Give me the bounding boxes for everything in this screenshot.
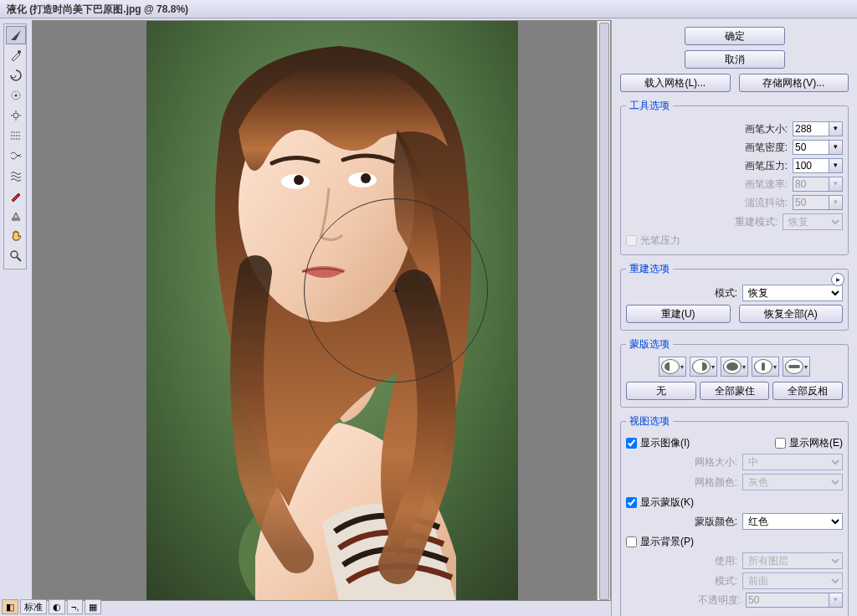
brush-size-label: 画笔大小: [745, 122, 788, 136]
turbulent-jitter-input [793, 195, 829, 210]
mask-intersect-icon [754, 359, 772, 374]
zoom-tool[interactable] [6, 247, 26, 265]
mask-color-select[interactable]: 红色 [742, 513, 843, 530]
reconstruct-tool[interactable] [6, 46, 26, 64]
status-icon-c[interactable]: ¬, [67, 599, 83, 614]
push-left-tool[interactable] [6, 126, 26, 145]
liquify-toolbox [3, 23, 27, 270]
restore-all-button[interactable]: 恢复全部(A) [739, 305, 844, 323]
rebuild-mode-label: 模式: [715, 286, 737, 300]
stylus-pressure-label: 光笔压力 [640, 234, 680, 246]
svg-point-5 [11, 251, 18, 258]
brush-rate-label: 画笔速率: [745, 177, 788, 192]
status-icon-d[interactable]: ▦ [85, 599, 101, 614]
mesh-size-select: 中 [742, 454, 843, 470]
reconstruct-mode-select: 恢复 [783, 213, 843, 230]
svg-point-3 [13, 113, 18, 118]
show-mesh-checkbox[interactable] [775, 438, 786, 449]
tool-options-legend: 工具选项 [626, 99, 673, 113]
brush-density-dropdown[interactable]: ▾ [829, 140, 843, 155]
bg-opacity-dropdown: ▾ [829, 593, 843, 608]
ok-button[interactable]: 确定 [685, 27, 785, 45]
mirror-tool[interactable] [6, 146, 26, 165]
turbulent-jitter-label: 湍流抖动: [745, 196, 788, 210]
brush-size-dropdown[interactable]: ▾ [829, 121, 843, 136]
canvas-area[interactable]: + [32, 20, 611, 601]
rebuild-mode-select[interactable]: 恢复 [742, 285, 843, 301]
mesh-color-select: 灰色 [742, 474, 843, 490]
twirl-cw-tool[interactable] [6, 66, 26, 85]
forward-warp-tool[interactable] [6, 26, 26, 44]
mesh-size-label: 网格大小: [695, 455, 737, 470]
window-title: 液化 (打造时尚美下巴原图.jpg @ 78.8%) [0, 0, 857, 18]
status-icon-a[interactable]: ◧ [2, 599, 18, 614]
brush-rate-dropdown: ▾ [829, 177, 843, 192]
load-mesh-button[interactable]: 载入网格(L)... [620, 74, 731, 92]
show-bg-label: 显示背景(P) [640, 536, 694, 547]
brush-pressure-input[interactable] [793, 158, 829, 173]
bg-opacity-label: 不透明度: [698, 593, 741, 608]
status-icon-b[interactable]: ◐ [49, 599, 65, 614]
svg-point-13 [361, 173, 371, 183]
turbulence-tool[interactable] [6, 167, 26, 185]
freeze-mask-tool[interactable] [6, 187, 26, 205]
hand-tool[interactable] [6, 227, 26, 245]
vertical-scrollbar[interactable] [597, 21, 610, 600]
mask-options-legend: 蒙版选项 [626, 337, 673, 352]
mask-subtract-icon [723, 359, 742, 374]
mask-none-button[interactable]: 无 [626, 382, 696, 400]
bg-use-label: 使用: [715, 554, 737, 568]
bg-mode-label: 模式: [715, 574, 737, 588]
tool-options-group: 工具选项 画笔大小:▾ 画笔密度:▾ 画笔压力:▾ 画笔速率:▾ 湍流抖动:▾ … [620, 99, 849, 255]
pucker-tool[interactable] [6, 86, 26, 105]
mask-all-button[interactable]: 全部蒙住 [700, 382, 770, 400]
mask-intersect-button[interactable]: ▾ [752, 357, 779, 377]
show-mask-label: 显示蒙版(K) [640, 496, 694, 508]
turbulent-jitter-dropdown: ▾ [829, 195, 843, 210]
reconstruct-mode-label: 重建模式: [735, 215, 777, 229]
cancel-button[interactable]: 取消 [685, 50, 785, 69]
scrollbar-thumb[interactable] [599, 23, 609, 600]
svg-line-6 [17, 257, 21, 261]
show-image-label: 显示图像(I) [640, 437, 690, 449]
svg-point-2 [15, 95, 18, 97]
view-options-legend: 视图选项 [626, 414, 673, 429]
mask-invert-icon [785, 359, 803, 374]
status-bar: ◧ 标准 ◐ ¬, ▦ [2, 599, 101, 614]
mask-invert-button[interactable]: 全部反相 [772, 382, 843, 400]
svg-point-0 [18, 50, 21, 54]
view-options-group: 视图选项 显示图像(I) 显示网格(E) 网格大小:中 网格颜色:灰色 显示蒙版… [620, 414, 849, 616]
save-mesh-button[interactable]: 存储网格(V)... [739, 74, 849, 92]
show-mesh-label: 显示网格(E) [789, 437, 843, 449]
mask-color-label: 蒙版颜色: [695, 515, 737, 529]
mask-replace-button[interactable]: ▾ [659, 357, 686, 377]
rebuild-options-legend: 重建选项 [626, 262, 673, 276]
mask-subtract-button[interactable]: ▾ [721, 357, 748, 377]
rebuild-button[interactable]: 重建(U) [626, 305, 731, 323]
mask-add-icon [692, 359, 711, 374]
document-image [146, 21, 518, 601]
thaw-mask-tool[interactable] [6, 207, 26, 225]
show-mask-checkbox[interactable] [626, 497, 637, 508]
brush-pressure-dropdown[interactable]: ▾ [829, 158, 843, 173]
svg-rect-4 [12, 218, 20, 221]
brush-size-input[interactable] [793, 121, 829, 136]
mask-invert-icon-button[interactable]: ▾ [783, 357, 810, 377]
mesh-color-label: 网格颜色: [695, 475, 737, 490]
help-icon[interactable]: ▸ [831, 273, 844, 286]
brush-pressure-label: 画笔压力: [745, 159, 788, 173]
options-panel: 确定 取消 载入网格(L)... 存储网格(V)... 工具选项 画笔大小:▾ … [611, 20, 857, 616]
mask-replace-icon [661, 359, 680, 374]
show-image-checkbox[interactable] [626, 438, 637, 449]
brush-density-input[interactable] [793, 140, 829, 155]
stylus-pressure-checkbox [626, 235, 637, 246]
brush-density-label: 画笔密度: [745, 141, 788, 155]
svg-point-11 [294, 175, 304, 185]
bg-mode-select: 前面 [742, 572, 843, 589]
bg-use-select: 所有图层 [742, 552, 843, 569]
status-standard[interactable]: 标准 [20, 599, 47, 614]
mask-add-button[interactable]: ▾ [690, 357, 717, 377]
show-bg-checkbox[interactable] [626, 536, 637, 547]
rebuild-options-group: 重建选项 ▸ 模式:恢复 重建(U) 恢复全部(A) [620, 262, 849, 331]
bloat-tool[interactable] [6, 106, 26, 125]
